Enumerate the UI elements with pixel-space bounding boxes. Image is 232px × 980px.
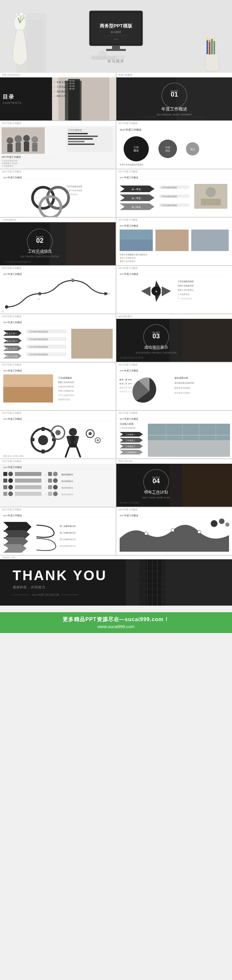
slide-label-12: 成功项目展示 <box>116 314 232 319</box>
svg-marker-43 <box>206 37 208 38</box>
svg-rect-301 <box>48 492 52 496</box>
svg-rect-283 <box>48 472 52 476</box>
svg-text:重点工作一: 重点工作一 <box>6 332 18 335</box>
slides-grid: 目录 CONTENTS 目录 CONTENTS <box>0 73 232 606</box>
slide-cross-arrow: 2017年度工作概述 2017年度工作概述 ★ 工作完成情况说明 详细工作描述内… <box>116 266 232 313</box>
svg-text:工作完成情况说明描述内容: 工作完成情况说明描述内容 <box>120 551 144 554</box>
svg-rect-240 <box>30 438 34 441</box>
svg-text:2017年度工作概述: 2017年度工作概述 <box>120 273 138 275</box>
svg-text:工作计划执行情况: 工作计划执行情况 <box>58 394 74 396</box>
svg-text:第二步骤详细计划: 第二步骤详细计划 <box>60 531 75 534</box>
svg-rect-94 <box>68 143 94 145</box>
svg-rect-291 <box>3 485 7 489</box>
svg-point-334 <box>198 530 201 533</box>
svg-rect-4 <box>15 65 25 66</box>
svg-point-12 <box>17 15 19 18</box>
svg-point-75 <box>6 137 13 144</box>
slide-label-8: 2017年度工作概述 <box>116 218 232 222</box>
thankyou-subtitle: 感谢聆听，共同努力 <box>13 585 219 590</box>
thankyou-author: 2017年度工作总结汇报 <box>32 593 59 597</box>
svg-rect-133 <box>201 199 221 205</box>
svg-point-77 <box>14 135 22 143</box>
svg-text:2017年度工作概述: 2017年度工作概述 <box>3 369 22 372</box>
svg-point-298 <box>8 492 13 496</box>
svg-text:工作内容详细说明: 工作内容详细说明 <box>120 427 136 429</box>
svg-text:2017年度工作概述: 2017年度工作概述 <box>3 514 22 517</box>
svg-text:工作内容详细说明描述: 工作内容详细说明描述 <box>28 331 48 333</box>
svg-text:■ 第二类 30%: ■ 第二类 30% <box>120 383 132 385</box>
slide-label-15: 2017年度工作概述 <box>0 411 116 415</box>
svg-text:项目类型标注: 项目类型标注 <box>61 480 73 482</box>
slide-label-18: 明年工作计划 <box>116 459 232 464</box>
svg-rect-233 <box>0 415 116 458</box>
svg-text:项目类型标注: 项目类型标注 <box>61 487 73 489</box>
svg-text:第三季度: 第三季度 <box>131 206 141 208</box>
svg-text:工作内容详细说明描述: 工作内容详细说明描述 <box>28 346 48 348</box>
svg-point-159 <box>38 292 42 295</box>
slide-label-4: 2017年度工作概述 <box>116 121 232 126</box>
svg-text:工作完成情况说明: 工作完成情况说明 <box>66 185 82 188</box>
svg-text:2017年度工作概述: 2017年度工作概述 <box>3 273 22 275</box>
svg-text:Q2: Q2 <box>37 298 40 300</box>
svg-text:工作成果概述: 工作成果概述 <box>58 377 72 379</box>
svg-point-280 <box>8 472 13 476</box>
svg-rect-151 <box>191 229 229 251</box>
svg-text:2017 ANNUAL WORK SUMMARY: 2017 ANNUAL WORK SUMMARY <box>157 113 192 116</box>
svg-text:工作内容详细说明描述: 工作内容详细说明描述 <box>28 338 48 340</box>
svg-rect-201 <box>71 329 113 358</box>
svg-text:重要项目展示: 重要项目展示 <box>66 194 78 196</box>
slide-work-photos: 2017年度工作概述 2017年度工作概述 工作总结报告内容 年度重要工作内容 <box>0 121 116 169</box>
svg-text:团队协作工作展示说明: 团队协作工作展示说明 <box>3 455 23 457</box>
svg-point-81 <box>32 136 38 143</box>
svg-text:2017年度工作概述: 2017年度工作概述 <box>3 466 22 469</box>
slide-list: 2017年度工作概述 2017年度工作概述 重点工作一 重点工作二 重点工作三 … <box>0 314 116 362</box>
slide-buttons: 2017年度工作概述 2017年度工作概述 → → <box>0 459 116 507</box>
svg-marker-48 <box>211 37 213 39</box>
svg-rect-270 <box>148 440 230 457</box>
svg-text:点击输入标题: 点击输入标题 <box>120 423 134 425</box>
svg-rect-42 <box>206 38 208 40</box>
svg-rect-80 <box>24 142 29 151</box>
svg-text:更多工作成果内容: 更多工作成果内容 <box>120 257 136 259</box>
svg-text:成功项目详细展示说明内容: 成功项目详细展示说明内容 <box>120 356 144 359</box>
svg-text:年度总结主要内容: 年度总结主要内容 <box>58 385 74 388</box>
svg-rect-28 <box>101 57 103 57</box>
svg-text:工作完成情况描述: 工作完成情况描述 <box>161 186 177 189</box>
svg-point-333 <box>171 528 174 532</box>
svg-rect-269 <box>148 424 230 440</box>
svg-rect-90 <box>68 133 88 134</box>
slide-part-work: 工作完成情况 PART 02 工作完成情况 2017 WORK COMPLETI… <box>0 218 116 265</box>
svg-rect-91 <box>68 135 98 137</box>
footer-banner: 更多精品PPT资源尽在—sucai999.com！ www.sucai999.c… <box>0 612 232 633</box>
svg-text:2017 WORK COMPLETION STATUS: 2017 WORK COMPLETION STATUS <box>21 255 59 258</box>
slide-label-7: 工作完成情况 <box>0 218 116 222</box>
svg-text:→: → <box>45 493 47 495</box>
svg-text:★: ★ <box>155 290 157 293</box>
svg-text:工作项目一: 工作项目一 <box>126 434 136 436</box>
svg-text:第四步骤详细计划: 第四步骤详细计划 <box>60 545 75 547</box>
svg-text:■ 第四类 15%: ■ 第四类 15% <box>120 391 132 393</box>
svg-text:■ 第一类 35%: ■ 第一类 35% <box>120 379 132 381</box>
svg-rect-26 <box>96 57 98 57</box>
svg-text:年度重要工作内容: 年度重要工作内容 <box>2 162 18 164</box>
svg-point-253 <box>97 439 99 441</box>
slide-arrows: 2017年度工作概述 2017年度工作概述 第一季度 第二季度 第三季度 工作完… <box>116 169 232 217</box>
svg-text:重要工作内容展示: 重要工作内容展示 <box>120 260 136 262</box>
svg-text:2017年度工作概述: 2017年度工作概述 <box>2 156 21 158</box>
svg-rect-50 <box>213 39 215 41</box>
svg-text:01: 01 <box>171 91 178 98</box>
svg-text:第二季度: 第二季度 <box>131 197 141 199</box>
svg-rect-29 <box>103 57 106 57</box>
svg-marker-51 <box>213 37 215 39</box>
svg-text:03: 03 <box>152 332 160 340</box>
svg-text:02: 02 <box>36 237 43 244</box>
svg-text:商务型PPT模版: 商务型PPT模版 <box>100 23 132 29</box>
svg-text:明年工作计划: 明年工作计划 <box>144 490 168 495</box>
svg-text:2017年度工作概述: 2017年度工作概述 <box>3 418 22 420</box>
slide-part1: 年度工作概述 PART 01 年度工作概述 2017 ANNUAL WORK S… <box>116 73 232 120</box>
svg-point-243 <box>55 430 61 435</box>
svg-rect-287 <box>15 479 42 482</box>
svg-point-158 <box>5 305 8 309</box>
svg-rect-279 <box>3 472 7 476</box>
svg-rect-93 <box>68 141 85 142</box>
